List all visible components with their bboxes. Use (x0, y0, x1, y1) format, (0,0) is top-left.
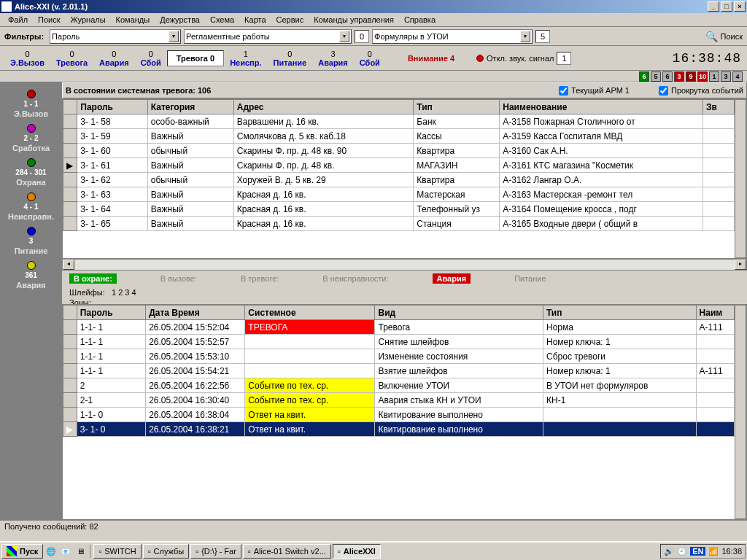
table-row[interactable]: 226.05.2004 16:22:56Событие по тех. ср.В… (63, 378, 735, 393)
table-row[interactable]: 3- 1- 59ВажныйСмолячкова д. 5 кв. каб.18… (63, 129, 735, 144)
close-button[interactable]: × (734, 1, 746, 12)
col-header[interactable]: Пароль (77, 100, 148, 114)
tray-icon[interactable]: 🕘 (677, 547, 687, 556)
indicator-box[interactable]: 4 (732, 71, 743, 82)
col-header[interactable]: Пароль (77, 306, 145, 320)
quicklaunch-icon[interactable]: 🖥 (74, 545, 87, 558)
menu-Карта[interactable]: Карта (239, 14, 271, 26)
menu-Схема[interactable]: Схема (205, 14, 239, 26)
tray-icon[interactable]: 🔊 (664, 547, 674, 556)
sidebar-item-Неисправн.[interactable]: 4 - 1Неисправн. (0, 190, 62, 224)
vscroll[interactable] (735, 99, 746, 258)
menu-Дежурства[interactable]: Дежурства (155, 14, 205, 26)
table-row[interactable]: 3- 1- 65ВажныйКрасная д. 16 кв.СтанцияА-… (63, 217, 735, 231)
counter-Э.Вызов[interactable]: 0Э.Вызов (4, 50, 50, 67)
menu-Команды управления[interactable]: Команды управления (309, 14, 399, 26)
hscroll[interactable]: ◂▸ (62, 259, 747, 271)
status-strip: В охране: В вызове: В тревоге: В неиспра… (62, 271, 747, 304)
table-row[interactable]: 1-1- 126.05.2004 15:53:10Изменение состо… (63, 349, 735, 364)
col-header[interactable]: Вид (375, 306, 543, 320)
status-trevoge: В тревоге: (241, 274, 279, 283)
indicator-box[interactable]: 5 (651, 71, 661, 82)
counter-Сбой[interactable]: 0Сбой (135, 50, 167, 67)
table-row[interactable]: 1-1- 126.05.2004 15:54:21Взятие шлейфовН… (63, 364, 735, 378)
status-counters: 0Э.Вызов0Тревога0Авария0Сбой Тревога 0 1… (0, 46, 747, 71)
scroll-events-checkbox[interactable]: Прокрутка событий (659, 86, 743, 96)
filter-count-2: 0 (355, 30, 369, 43)
filter-combo-2[interactable]: Регламентные работы▾ (184, 29, 352, 44)
chevron-down-icon[interactable]: ▾ (169, 31, 179, 42)
menu-Журналы[interactable]: Журналы (66, 14, 111, 26)
col-header[interactable]: Зв (703, 100, 735, 114)
clock: 16:38:48 (673, 51, 741, 66)
language-indicator[interactable]: EN (690, 547, 705, 556)
taskbar-button[interactable]: ▫SWITCH (93, 544, 141, 559)
table-row[interactable]: 3- 1- 64ВажныйКрасная д. 16 кв.Телефонны… (63, 202, 735, 217)
indicator-box[interactable]: 6 (662, 71, 673, 82)
sidebar-item-Питание[interactable]: 3Питание (0, 224, 62, 258)
indicator-box[interactable]: 6 (639, 71, 649, 82)
sidebar-item-Авария[interactable]: 361Авария (0, 258, 62, 292)
minimize-button[interactable]: _ (708, 1, 719, 12)
maximize-button[interactable]: □ (721, 1, 732, 12)
menu-Сервис[interactable]: Сервис (271, 14, 309, 26)
counter-Авария[interactable]: 0Авария (93, 50, 135, 67)
counter-Авария[interactable]: 3Авария (312, 50, 354, 67)
taskbar-button[interactable]: ▫Службы (143, 544, 190, 559)
sidebar-item-Э.Вызов[interactable]: 1 - 1Э.Вызов (0, 87, 62, 121)
sidebar-item-Сработка[interactable]: 2 - 2Сработка (0, 121, 62, 155)
chevron-down-icon[interactable]: ▾ (339, 31, 349, 42)
status-message: Получено сообщений: 82 (4, 522, 98, 531)
start-button[interactable]: Пуск (1, 544, 43, 559)
indicator-box[interactable]: 3 (674, 71, 684, 82)
search-button[interactable]: 🔍 Поиск (705, 31, 743, 42)
tray-icon[interactable]: 📶 (708, 547, 719, 556)
counter-Питание[interactable]: 0Питание (268, 50, 313, 67)
menu-Файл[interactable]: Файл (3, 14, 33, 26)
counter-Тревога[interactable]: 0Тревога (50, 50, 93, 67)
col-header[interactable]: Тип (414, 100, 500, 114)
table-row[interactable]: 3- 1- 58особо-важныйВарвашени д. 16 кв.Б… (63, 114, 735, 129)
table-row[interactable]: 3- 1- 63ВажныйКрасная д. 16 кв.Мастерска… (63, 187, 735, 202)
filter-combo-3[interactable]: Формуляры в УТОИ▾ (372, 29, 533, 44)
table-row[interactable]: 1-1- 026.05.2004 16:38:04Ответ на квит.К… (63, 408, 735, 422)
table-row[interactable]: 3- 1- 60обычныйСкарины Ф. пр. д. 48 кв. … (63, 144, 735, 158)
filter-combo-1[interactable]: Пароль▾ (50, 29, 181, 44)
indicator-box[interactable]: 10 (697, 71, 708, 82)
system-tray[interactable]: 🔊 🕘 EN 📶 16:38 (660, 544, 746, 559)
table-row[interactable]: 2-126.05.2004 16:30:40Событие по тех. ср… (63, 393, 735, 408)
taskbar-button[interactable]: ▫{D:\} - Far (190, 544, 241, 559)
menu-Команды[interactable]: Команды (111, 14, 155, 26)
col-header[interactable]: Наим (696, 306, 734, 320)
col-header[interactable]: Наименование (500, 100, 703, 114)
table-row[interactable]: 1-1- 126.05.2004 15:52:57Снятие шлейфовН… (63, 335, 735, 349)
table-row[interactable]: ▶3- 1- 026.05.2004 16:38:21Ответ на квит… (63, 422, 735, 437)
counter-Сбой[interactable]: 0Сбой (354, 50, 386, 67)
quicklaunch-icon[interactable]: 📧 (59, 545, 72, 558)
col-header[interactable]: Дата Время (146, 306, 245, 320)
table-row[interactable]: ▶3- 1- 61ВажныйСкарины Ф. пр. д. 48 кв.М… (63, 158, 735, 173)
objects-table[interactable]: ПарольКатегорияАдресТипНаименованиеЗв3- … (63, 99, 735, 231)
sound-toggle-label[interactable]: Откл. звук. сигнал (487, 54, 554, 63)
col-header[interactable]: Адрес (233, 100, 414, 114)
status-dot-icon (27, 261, 36, 270)
col-header[interactable]: Тип (543, 306, 697, 320)
sidebar-item-Охрана[interactable]: 284 - 301Охрана (0, 155, 62, 190)
quicklaunch-icon[interactable]: 🌐 (44, 545, 58, 558)
menu-Поиск[interactable]: Поиск (33, 14, 65, 26)
taskbar-button[interactable]: ▫Alice-01 Switch v2... (243, 544, 331, 559)
table-row[interactable]: 1-1- 126.05.2004 15:52:04ТРЕВОГАТревогаН… (63, 320, 735, 335)
menu-Справка[interactable]: Справка (399, 14, 441, 26)
vscroll-2[interactable] (735, 305, 746, 519)
table-row[interactable]: 3- 1- 62обычныйХоружей В. д. 5 кв. 29Ква… (63, 173, 735, 187)
indicator-box[interactable]: 1 (709, 71, 719, 82)
events-table[interactable]: ПарольДата ВремяСистемноеВидТипНаим1-1- … (63, 305, 735, 437)
counter-Неиспр.[interactable]: 1Неиспр. (224, 50, 267, 67)
col-header[interactable]: Системное (245, 306, 375, 320)
taskbar-button[interactable]: ▫AliceXXI (333, 544, 381, 559)
current-arm-checkbox[interactable]: Текущий АРМ 1 (559, 86, 630, 96)
indicator-box[interactable]: 3 (721, 71, 731, 82)
col-header[interactable]: Категория (147, 100, 233, 114)
chevron-down-icon[interactable]: ▾ (520, 31, 530, 42)
indicator-box[interactable]: 9 (686, 71, 696, 82)
